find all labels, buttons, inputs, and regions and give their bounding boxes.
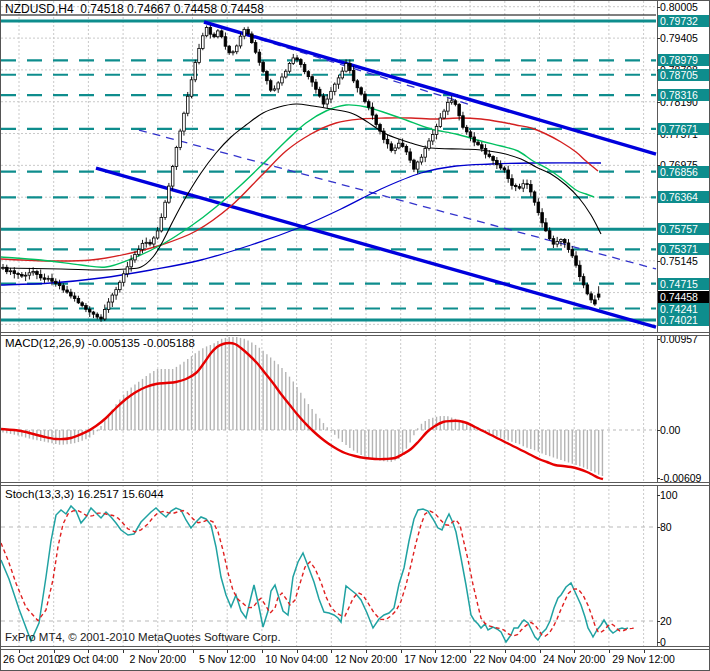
candle-body [171,167,174,186]
candle-body [36,272,39,275]
candle-body [311,77,314,82]
candle-body [235,46,238,52]
candle-body [277,83,280,89]
candle-body [518,187,521,189]
price-level-label: 0.78979 [658,54,710,66]
candle-body [458,104,461,115]
candle-body [288,63,291,71]
candle-body [254,43,257,53]
candle-body [198,48,201,62]
price-level-label: 0.79732 [658,15,710,27]
main-macd-separator[interactable] [1,332,710,336]
candle-body [92,312,95,314]
candle-body [533,192,536,202]
candle-body [205,28,208,36]
candle-body [284,71,287,77]
axis-tick-mark [657,621,660,622]
candle-body [141,243,144,249]
candle-body [194,63,197,80]
candle-body [111,295,114,302]
chart-canvas[interactable] [1,1,657,647]
candle-body [469,132,472,137]
time-axis-label: 29 Oct 04:00 [52,653,124,665]
candle-body [213,34,216,37]
macd-title: MACD(12,26,9) [5,337,85,349]
candle-body [62,286,65,290]
candle-body [186,96,189,113]
candle-body [54,281,57,283]
candle-body [28,273,31,275]
candle-body [232,52,235,53]
time-axis-label: 5 Nov 12:00 [191,653,263,665]
stoch-title: Stoch(13,3,3) [5,488,74,500]
macd-axis-label: 0.00 [660,424,680,436]
candle-body [416,162,419,169]
candle-body [428,141,431,148]
candle-body [137,249,140,254]
candle-body [21,275,24,277]
time-axis-label: 29 Nov 12:00 [608,653,680,665]
candle-body [382,131,385,139]
candle-body [530,185,533,192]
candle-body [73,296,76,299]
candle-body [435,126,438,134]
candle-body [364,94,367,102]
candle-body [352,70,355,80]
candle-body [318,89,321,96]
candle-body [175,147,178,166]
candle-body [454,101,457,105]
candle-body [183,113,186,131]
candle-body [322,96,325,104]
candle-body [70,292,73,296]
candle-body [526,184,529,185]
candle-body [296,58,299,60]
candle-body [153,238,156,244]
candle-body [496,160,499,164]
candle-body [586,285,589,294]
candle-body [511,179,514,186]
quote-ohlc-values: 0.74518 0.74667 0.74458 0.74458 [80,2,264,16]
stoch-axis-label: 100 [660,489,678,501]
candle-body [507,170,510,179]
stoch-k-value: 16.2517 [77,488,119,500]
candle-body [115,290,118,295]
candle-body [220,31,223,37]
candle-body [266,71,269,80]
candle-body [247,29,250,34]
candle-body [522,184,525,188]
candle-body [567,243,570,250]
stoch-axis-label: 80 [660,521,672,533]
candle-body [179,131,182,147]
candle-body [224,37,227,46]
candle-body [81,303,84,306]
candle-body [160,218,163,231]
candle-body [273,89,276,90]
candle-body [545,223,548,231]
candle-body [492,157,495,161]
macd-stoch-separator[interactable] [1,482,710,486]
stoch-axis-label: 20 [660,615,672,627]
candle-body [107,302,110,309]
stoch-k-line [1,506,628,642]
candle-body [341,71,344,78]
candle-body [303,64,306,71]
candle-body [356,81,359,88]
time-axis-label: 17 Nov 12:00 [399,653,471,665]
axis-tick-mark [657,38,660,39]
symbol-timeframe-label: NZDUSD,H4 [5,2,74,16]
candle-body [556,242,559,245]
candle-body [2,267,5,268]
candle-body [477,142,480,145]
candle-body [439,118,442,126]
candle-body [77,299,80,303]
candle-body [5,267,8,271]
price-level-label: 0.76856 [658,166,710,178]
candle-body [575,256,578,265]
candle-body [281,77,284,83]
candle-body [262,62,265,71]
candle-body [431,134,434,140]
axis-tick-mark [657,495,660,496]
axis-tick-mark [657,430,660,431]
candle-body [345,64,348,72]
candle-body [514,185,517,186]
